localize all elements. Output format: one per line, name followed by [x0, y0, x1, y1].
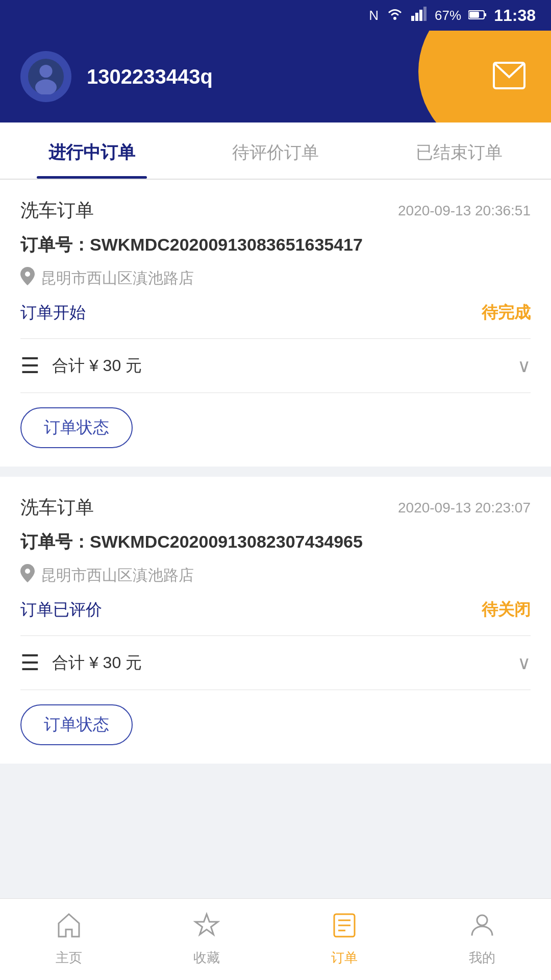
signal-icon	[411, 7, 428, 24]
svg-marker-12	[195, 914, 218, 935]
nav-orders-label: 订单	[331, 949, 358, 967]
location-pin-2	[20, 564, 35, 586]
location-text-1: 昆明市西山区滇池路店	[41, 268, 194, 289]
svg-rect-6	[484, 13, 486, 16]
nav-mine[interactable]: 我的	[413, 912, 551, 967]
nav-favorites-label: 收藏	[193, 949, 220, 967]
order-status-button-2[interactable]: 订单状态	[20, 704, 133, 745]
username: 1302233443q	[87, 65, 213, 88]
order-number-2: 订单号：SWKMDC20200913082307434965	[0, 530, 551, 564]
order-status-left-2: 订单已评价	[20, 599, 102, 621]
svg-rect-3	[419, 10, 422, 21]
order-total-text-2: 合计 ¥ 30 元	[52, 652, 517, 674]
order-status-right-1: 待完成	[482, 302, 531, 324]
clock: 11:38	[494, 6, 536, 25]
order-location-2: 昆明市西山区滇池路店	[0, 564, 551, 599]
location-text-2: 昆明市西山区滇池路店	[41, 565, 194, 586]
svg-point-9	[39, 65, 52, 78]
nav-orders[interactable]: 订单	[276, 912, 413, 967]
order-time-1: 2020-09-13 20:36:51	[398, 203, 531, 219]
order-header-2: 洗车订单 2020-09-13 20:23:07	[0, 477, 551, 530]
status-icons: N 67% 11:38	[369, 6, 536, 25]
tab-bar: 进行中订单 待评价订单 已结束订单	[0, 122, 551, 180]
orders-icon	[331, 912, 358, 945]
order-card-2: 洗车订单 2020-09-13 20:23:07 订单号：SWKMDC20200…	[0, 477, 551, 764]
svg-rect-1	[411, 16, 414, 21]
order-actions-2: 订单状态	[0, 690, 551, 764]
svg-point-10	[35, 80, 57, 94]
tab-pending-review[interactable]: 待评价订单	[184, 122, 367, 179]
header: 1302233443q	[0, 31, 551, 122]
chevron-down-icon-2: ∨	[517, 652, 531, 674]
order-type-1: 洗车订单	[20, 198, 94, 223]
star-icon	[193, 912, 220, 945]
wifi-icon	[386, 7, 404, 24]
order-total-row-1[interactable]: ☰ 合计 ¥ 30 元 ∨	[0, 339, 551, 393]
chevron-down-icon-1: ∨	[517, 355, 531, 377]
order-total-row-2[interactable]: ☰ 合计 ¥ 30 元 ∨	[0, 636, 551, 690]
nav-home-label: 主页	[56, 949, 82, 967]
svg-rect-2	[415, 13, 418, 21]
svg-rect-7	[469, 12, 479, 18]
svg-point-0	[393, 17, 396, 20]
order-location-1: 昆明市西山区滇池路店	[0, 267, 551, 302]
battery-percent: 67%	[435, 8, 461, 23]
order-total-text-1: 合计 ¥ 30 元	[52, 355, 517, 377]
order-actions-1: 订单状态	[0, 393, 551, 467]
list-icon-2: ☰	[20, 650, 40, 675]
nav-favorites[interactable]: 收藏	[138, 912, 276, 967]
person-icon	[469, 912, 495, 945]
order-time-2: 2020-09-13 20:23:07	[398, 500, 531, 516]
svg-rect-4	[423, 7, 427, 21]
nav-home[interactable]: 主页	[0, 912, 138, 967]
order-header-1: 洗车订单 2020-09-13 20:36:51	[0, 180, 551, 233]
mail-icon[interactable]	[493, 62, 525, 91]
order-type-2: 洗车订单	[20, 495, 94, 520]
order-status-button-1[interactable]: 订单状态	[20, 407, 133, 448]
order-card-1: 洗车订单 2020-09-13 20:36:51 订单号：SWKMDC20200…	[0, 180, 551, 467]
order-status-right-2: 待关闭	[482, 599, 531, 621]
spacer	[0, 774, 551, 866]
order-status-left-1: 订单开始	[20, 302, 86, 324]
list-icon-1: ☰	[20, 353, 40, 378]
order-status-row-1: 订单开始 待完成	[0, 302, 551, 338]
nfc-icon: N	[369, 8, 379, 23]
home-icon	[56, 912, 82, 945]
location-pin-1	[20, 267, 35, 289]
order-status-row-2: 订单已评价 待关闭	[0, 599, 551, 635]
svg-point-17	[477, 915, 487, 925]
battery-icon	[468, 8, 487, 23]
orders-container: 洗车订单 2020-09-13 20:36:51 订单号：SWKMDC20200…	[0, 180, 551, 764]
nav-mine-label: 我的	[469, 949, 495, 967]
order-number-1: 订单号：SWKMDC20200913083651635417	[0, 233, 551, 267]
tab-active-orders[interactable]: 进行中订单	[0, 122, 184, 179]
bottom-nav: 主页 收藏 订单 我的	[0, 898, 551, 980]
tab-closed-orders[interactable]: 已结束订单	[367, 122, 551, 179]
avatar	[20, 51, 71, 102]
status-bar: N 67% 11:38	[0, 0, 551, 31]
